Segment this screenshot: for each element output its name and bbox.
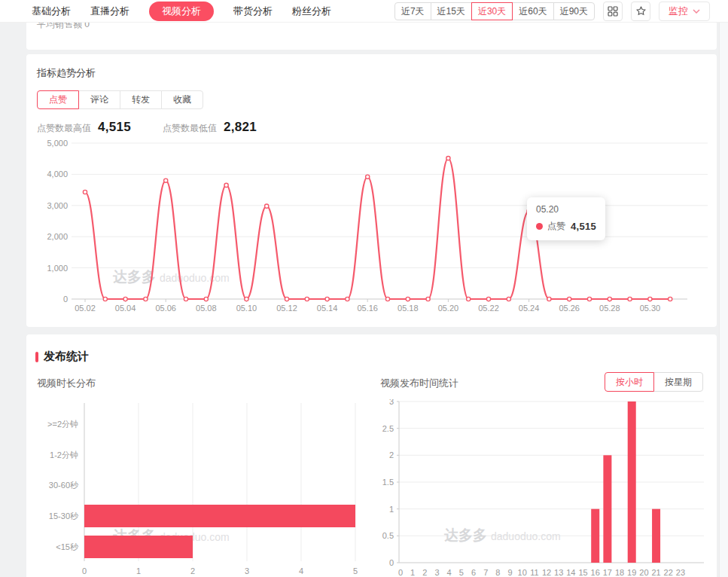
- svg-text:12: 12: [542, 568, 551, 577]
- svg-text:2: 2: [422, 568, 427, 577]
- favorite-star-button[interactable]: [631, 2, 650, 21]
- toggle-by-hour[interactable]: 按小时: [605, 372, 654, 392]
- date-range-group: 近7天 近15天 近30天 近60天 近90天: [394, 2, 595, 20]
- svg-text:0: 0: [82, 566, 87, 575]
- svg-text:>=2分钟: >=2分钟: [47, 420, 78, 429]
- svg-text:0: 0: [398, 568, 403, 577]
- likes-max-label: 点赞数最高值: [37, 122, 91, 135]
- range-60d-button[interactable]: 近60天: [512, 2, 553, 20]
- publish-hour-bar-chart[interactable]: 00.511.522.53达多多daduoduo.com012345678910…: [373, 399, 717, 577]
- metric-tab-group: 点赞 评论 转发 收藏: [37, 90, 717, 109]
- tooltip-series-name: 点赞: [547, 220, 565, 233]
- previous-section-card: 平均销售额 0: [26, 21, 717, 50]
- likes-max-value: 4,515: [98, 120, 131, 135]
- svg-text:1: 1: [389, 505, 394, 514]
- svg-text:23: 23: [676, 568, 685, 577]
- toggle-by-week[interactable]: 按星期: [653, 372, 703, 392]
- tooltip-date: 05.20: [536, 204, 596, 215]
- svg-text:2: 2: [389, 450, 394, 459]
- duration-chart-title: 视频时长分布: [37, 377, 96, 390]
- svg-text:17: 17: [603, 568, 612, 577]
- nav-tab-fans-analysis[interactable]: 粉丝分析: [292, 5, 331, 18]
- svg-text:达多多daduoduo.com: 达多多daduoduo.com: [443, 527, 561, 543]
- star-icon: [635, 5, 647, 17]
- monitor-dropdown[interactable]: 监控: [659, 2, 710, 21]
- svg-text:1-2分钟: 1-2分钟: [50, 450, 78, 459]
- metric-tab-likes[interactable]: 点赞: [37, 90, 79, 109]
- svg-text:05.18: 05.18: [398, 304, 419, 313]
- svg-text:4,000: 4,000: [47, 169, 68, 179]
- chart-tooltip: 05.20 点赞 4,515: [527, 197, 605, 240]
- svg-text:0: 0: [63, 295, 68, 304]
- nav-tab-commerce-analysis[interactable]: 带货分析: [233, 5, 273, 18]
- svg-text:05.04: 05.04: [115, 304, 136, 313]
- svg-text:22: 22: [664, 568, 673, 577]
- trend-analysis-card: 指标趋势分析 点赞 评论 转发 收藏 点赞数最高值 4,515 点赞数最低值 2…: [26, 54, 717, 327]
- svg-text:1: 1: [410, 568, 415, 577]
- svg-text:05.26: 05.26: [559, 304, 580, 313]
- svg-text:20: 20: [639, 568, 648, 577]
- svg-text:05.16: 05.16: [357, 304, 378, 313]
- publish-stats-card: 发布统计 视频时长分布 视频发布时间统计 按小时 按星期 012345>=2分钟…: [26, 334, 717, 577]
- likes-trend-line-chart[interactable]: 01,0002,0003,0004,0005,00005.0205.0405.0…: [26, 137, 717, 322]
- svg-text:05.14: 05.14: [317, 304, 338, 313]
- svg-text:<15秒: <15秒: [56, 542, 79, 551]
- svg-text:2,000: 2,000: [47, 232, 68, 241]
- likes-min-label: 点赞数最低值: [163, 122, 217, 135]
- publish-time-chart-title: 视频发布时间统计: [380, 377, 458, 390]
- publish-section-title: 发布统计: [44, 350, 89, 364]
- svg-text:16: 16: [591, 568, 600, 577]
- svg-text:3: 3: [434, 568, 439, 577]
- svg-text:8: 8: [495, 568, 500, 577]
- svg-text:5: 5: [353, 566, 358, 575]
- section-marker-bar: [35, 352, 38, 362]
- nav-tabs: 基础分析 直播分析 视频分析 带货分析 粉丝分析: [0, 2, 331, 21]
- svg-text:2.5: 2.5: [382, 424, 394, 433]
- svg-text:05.06: 05.06: [155, 304, 176, 313]
- chevron-down-icon: [693, 9, 700, 14]
- svg-text:05.22: 05.22: [478, 304, 499, 313]
- svg-text:5: 5: [459, 568, 464, 577]
- svg-text:1: 1: [136, 566, 141, 575]
- metric-tab-comments[interactable]: 评论: [78, 90, 120, 109]
- apps-grid-icon: [608, 6, 618, 17]
- video-duration-bar-chart[interactable]: 012345>=2分钟1-2分钟30-60秒15-30秒<15秒达多多daduo…: [26, 399, 373, 577]
- apps-grid-button[interactable]: [603, 2, 623, 21]
- nav-controls: 近7天 近15天 近30天 近60天 近90天 监控: [394, 2, 728, 21]
- svg-text:14: 14: [566, 568, 575, 577]
- svg-text:05.28: 05.28: [599, 304, 620, 313]
- svg-text:1,000: 1,000: [47, 264, 68, 273]
- series-dot-icon: [536, 223, 543, 230]
- svg-text:2: 2: [190, 566, 195, 575]
- nav-tab-live-analysis[interactable]: 直播分析: [90, 5, 129, 18]
- svg-text:3,000: 3,000: [47, 201, 68, 210]
- page-scrollbar[interactable]: [719, 23, 728, 577]
- svg-text:05.10: 05.10: [236, 304, 257, 313]
- likes-min-value: 2,821: [224, 120, 257, 135]
- nav-tab-basic-analysis[interactable]: 基础分析: [32, 5, 71, 18]
- svg-text:13: 13: [554, 568, 563, 577]
- svg-text:3: 3: [245, 566, 249, 575]
- metric-tab-shares[interactable]: 转发: [120, 90, 162, 109]
- svg-text:10: 10: [518, 568, 527, 577]
- metric-tab-favorites[interactable]: 收藏: [161, 90, 203, 109]
- svg-text:19: 19: [627, 568, 636, 577]
- svg-text:21: 21: [651, 568, 660, 577]
- range-7d-button[interactable]: 近7天: [394, 2, 431, 20]
- range-90d-button[interactable]: 近90天: [553, 2, 595, 20]
- svg-text:0: 0: [389, 558, 394, 567]
- trend-section-title: 指标趋势分析: [26, 54, 717, 80]
- svg-text:5,000: 5,000: [47, 139, 68, 148]
- svg-text:7: 7: [483, 568, 488, 577]
- top-navbar: 基础分析 直播分析 视频分析 带货分析 粉丝分析 近7天 近15天 近30天 近…: [0, 0, 728, 23]
- range-30d-button[interactable]: 近30天: [471, 2, 513, 20]
- hour-week-toggle: 按小时 按星期: [605, 372, 703, 392]
- svg-text:9: 9: [507, 568, 512, 577]
- svg-text:15-30秒: 15-30秒: [49, 511, 79, 521]
- nav-tab-video-analysis[interactable]: 视频分析: [149, 2, 214, 21]
- svg-text:05.30: 05.30: [640, 304, 661, 313]
- svg-text:1.5: 1.5: [382, 478, 394, 487]
- trend-stats-row: 点赞数最高值 4,515 点赞数最低值 2,821: [37, 120, 717, 135]
- range-15d-button[interactable]: 近15天: [431, 2, 472, 20]
- monitor-label: 监控: [669, 5, 688, 18]
